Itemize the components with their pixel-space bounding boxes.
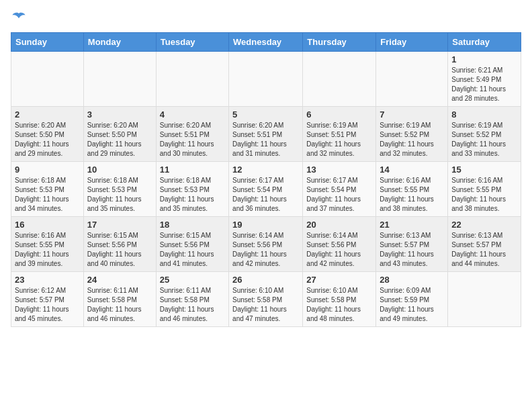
- day-info: Sunrise: 6:15 AM Sunset: 5:56 PM Dayligh…: [160, 231, 225, 269]
- calendar-week-row: 23Sunrise: 6:12 AM Sunset: 5:57 PM Dayli…: [11, 272, 521, 327]
- day-info: Sunrise: 6:15 AM Sunset: 5:56 PM Dayligh…: [87, 231, 152, 269]
- day-info: Sunrise: 6:16 AM Sunset: 5:55 PM Dayligh…: [451, 176, 517, 214]
- day-info: Sunrise: 6:18 AM Sunset: 5:53 PM Dayligh…: [15, 176, 80, 214]
- day-number: 5: [232, 109, 299, 120]
- day-number: 14: [380, 165, 444, 175]
- calendar-day-cell: 19Sunrise: 6:14 AM Sunset: 5:56 PM Dayli…: [229, 217, 303, 272]
- day-number: 9: [15, 165, 80, 175]
- day-info: Sunrise: 6:18 AM Sunset: 5:53 PM Dayligh…: [87, 176, 152, 214]
- day-number: 10: [87, 165, 152, 175]
- calendar-day-cell: 28Sunrise: 6:09 AM Sunset: 5:59 PM Dayli…: [376, 272, 448, 327]
- day-number: 13: [306, 165, 372, 175]
- calendar-day-cell: 20Sunrise: 6:14 AM Sunset: 5:56 PM Dayli…: [303, 217, 376, 272]
- day-info: Sunrise: 6:11 AM Sunset: 5:58 PM Dayligh…: [87, 286, 152, 324]
- day-number: 20: [306, 220, 372, 230]
- day-number: 21: [380, 220, 444, 230]
- day-number: 3: [87, 109, 152, 120]
- day-number: 27: [306, 275, 372, 285]
- day-info: Sunrise: 6:10 AM Sunset: 5:58 PM Dayligh…: [232, 286, 299, 324]
- calendar-day-cell: 6Sunrise: 6:19 AM Sunset: 5:51 PM Daylig…: [303, 107, 376, 162]
- day-number: 1: [451, 54, 517, 64]
- weekday-header: Thursday: [303, 33, 376, 52]
- calendar-day-cell: 4Sunrise: 6:20 AM Sunset: 5:51 PM Daylig…: [156, 107, 228, 162]
- calendar-day-cell: [11, 52, 84, 107]
- day-info: Sunrise: 6:20 AM Sunset: 5:51 PM Dayligh…: [160, 121, 225, 158]
- calendar-day-cell: 26Sunrise: 6:10 AM Sunset: 5:58 PM Dayli…: [229, 272, 303, 327]
- day-info: Sunrise: 6:16 AM Sunset: 5:55 PM Dayligh…: [15, 231, 80, 269]
- calendar-day-cell: [83, 52, 156, 107]
- day-info: Sunrise: 6:21 AM Sunset: 5:49 PM Dayligh…: [451, 66, 517, 103]
- day-number: 11: [160, 165, 225, 175]
- day-info: Sunrise: 6:18 AM Sunset: 5:53 PM Dayligh…: [160, 176, 225, 214]
- calendar-day-cell: 12Sunrise: 6:17 AM Sunset: 5:54 PM Dayli…: [229, 162, 303, 217]
- day-info: Sunrise: 6:20 AM Sunset: 5:51 PM Dayligh…: [232, 121, 299, 158]
- day-number: 2: [15, 109, 80, 120]
- calendar-day-cell: 2Sunrise: 6:20 AM Sunset: 5:50 PM Daylig…: [11, 107, 84, 162]
- weekday-header: Monday: [83, 33, 156, 52]
- day-info: Sunrise: 6:19 AM Sunset: 5:52 PM Dayligh…: [380, 121, 444, 158]
- day-number: 25: [160, 275, 225, 285]
- calendar-week-row: 2Sunrise: 6:20 AM Sunset: 5:50 PM Daylig…: [11, 107, 521, 162]
- calendar-day-cell: [156, 52, 228, 107]
- calendar-day-cell: 9Sunrise: 6:18 AM Sunset: 5:53 PM Daylig…: [11, 162, 84, 217]
- day-info: Sunrise: 6:14 AM Sunset: 5:56 PM Dayligh…: [232, 231, 299, 269]
- logo-bird-icon: [11, 11, 27, 27]
- day-info: Sunrise: 6:17 AM Sunset: 5:54 PM Dayligh…: [306, 176, 372, 214]
- day-number: 8: [451, 109, 517, 120]
- calendar-day-cell: 11Sunrise: 6:18 AM Sunset: 5:53 PM Dayli…: [156, 162, 228, 217]
- day-number: 26: [232, 275, 299, 285]
- day-info: Sunrise: 6:14 AM Sunset: 5:56 PM Dayligh…: [306, 231, 372, 269]
- day-number: 22: [451, 220, 517, 230]
- calendar-day-cell: 17Sunrise: 6:15 AM Sunset: 5:56 PM Dayli…: [83, 217, 156, 272]
- calendar-day-cell: [303, 52, 376, 107]
- day-info: Sunrise: 6:11 AM Sunset: 5:58 PM Dayligh…: [160, 286, 225, 324]
- calendar-day-cell: 3Sunrise: 6:20 AM Sunset: 5:50 PM Daylig…: [83, 107, 156, 162]
- day-info: Sunrise: 6:20 AM Sunset: 5:50 PM Dayligh…: [87, 121, 152, 158]
- calendar-week-row: 16Sunrise: 6:16 AM Sunset: 5:55 PM Dayli…: [11, 217, 521, 272]
- calendar-body: 1Sunrise: 6:21 AM Sunset: 5:49 PM Daylig…: [11, 52, 521, 327]
- calendar-day-cell: 10Sunrise: 6:18 AM Sunset: 5:53 PM Dayli…: [83, 162, 156, 217]
- calendar-day-cell: [448, 272, 521, 327]
- day-info: Sunrise: 6:09 AM Sunset: 5:59 PM Dayligh…: [380, 286, 444, 324]
- day-number: 12: [232, 165, 299, 175]
- day-number: 7: [380, 109, 444, 120]
- calendar-header-row: SundayMondayTuesdayWednesdayThursdayFrid…: [11, 33, 521, 52]
- day-number: 23: [15, 275, 80, 285]
- calendar-day-cell: 18Sunrise: 6:15 AM Sunset: 5:56 PM Dayli…: [156, 217, 228, 272]
- day-number: 17: [87, 220, 152, 230]
- day-number: 4: [160, 109, 225, 120]
- weekday-header: Friday: [376, 33, 448, 52]
- day-info: Sunrise: 6:19 AM Sunset: 5:51 PM Dayligh…: [306, 121, 372, 158]
- calendar-day-cell: 21Sunrise: 6:13 AM Sunset: 5:57 PM Dayli…: [376, 217, 448, 272]
- calendar-day-cell: 15Sunrise: 6:16 AM Sunset: 5:55 PM Dayli…: [448, 162, 521, 217]
- day-info: Sunrise: 6:13 AM Sunset: 5:57 PM Dayligh…: [380, 231, 444, 269]
- day-number: 15: [451, 165, 517, 175]
- header: [11, 11, 521, 27]
- calendar-day-cell: 5Sunrise: 6:20 AM Sunset: 5:51 PM Daylig…: [229, 107, 303, 162]
- calendar-day-cell: 13Sunrise: 6:17 AM Sunset: 5:54 PM Dayli…: [303, 162, 376, 217]
- day-info: Sunrise: 6:19 AM Sunset: 5:52 PM Dayligh…: [451, 121, 517, 158]
- calendar-day-cell: 1Sunrise: 6:21 AM Sunset: 5:49 PM Daylig…: [448, 52, 521, 107]
- calendar-day-cell: 25Sunrise: 6:11 AM Sunset: 5:58 PM Dayli…: [156, 272, 228, 327]
- day-number: 16: [15, 220, 80, 230]
- weekday-header: Saturday: [448, 33, 521, 52]
- day-info: Sunrise: 6:16 AM Sunset: 5:55 PM Dayligh…: [380, 176, 444, 214]
- day-info: Sunrise: 6:12 AM Sunset: 5:57 PM Dayligh…: [15, 286, 80, 324]
- weekday-header: Wednesday: [229, 33, 303, 52]
- day-info: Sunrise: 6:13 AM Sunset: 5:57 PM Dayligh…: [451, 231, 517, 269]
- calendar-day-cell: 8Sunrise: 6:19 AM Sunset: 5:52 PM Daylig…: [448, 107, 521, 162]
- calendar-day-cell: 14Sunrise: 6:16 AM Sunset: 5:55 PM Dayli…: [376, 162, 448, 217]
- calendar-day-cell: 7Sunrise: 6:19 AM Sunset: 5:52 PM Daylig…: [376, 107, 448, 162]
- calendar-week-row: 9Sunrise: 6:18 AM Sunset: 5:53 PM Daylig…: [11, 162, 521, 217]
- weekday-header: Tuesday: [156, 33, 228, 52]
- calendar-week-row: 1Sunrise: 6:21 AM Sunset: 5:49 PM Daylig…: [11, 52, 521, 107]
- day-number: 19: [232, 220, 299, 230]
- logo: [11, 11, 30, 27]
- day-info: Sunrise: 6:17 AM Sunset: 5:54 PM Dayligh…: [232, 176, 299, 214]
- day-number: 28: [380, 275, 444, 285]
- calendar-day-cell: [229, 52, 303, 107]
- calendar-day-cell: 22Sunrise: 6:13 AM Sunset: 5:57 PM Dayli…: [448, 217, 521, 272]
- day-number: 24: [87, 275, 152, 285]
- calendar-day-cell: 24Sunrise: 6:11 AM Sunset: 5:58 PM Dayli…: [83, 272, 156, 327]
- calendar-day-cell: [376, 52, 448, 107]
